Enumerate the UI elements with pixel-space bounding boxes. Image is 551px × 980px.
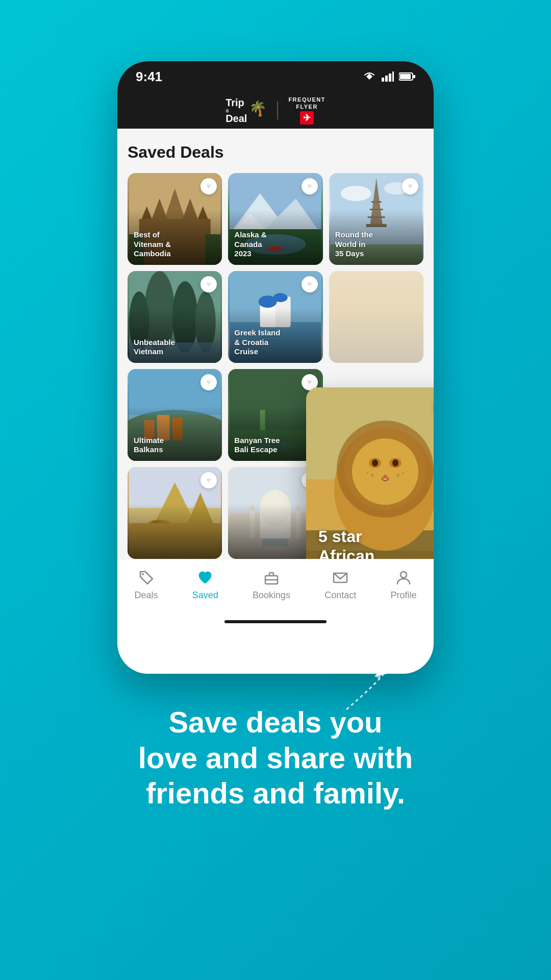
deal-card-greek[interactable]: ♥ Greek Island& CroatiaCruise bbox=[228, 271, 322, 363]
nav-item-saved[interactable]: Saved bbox=[192, 569, 218, 601]
paper-plane-decoration bbox=[341, 664, 392, 717]
svg-point-25 bbox=[340, 186, 371, 201]
deal-card-vietnam[interactable]: ♥ UnbeatableVietnam bbox=[128, 271, 222, 363]
tagline-line3: friends and family. bbox=[146, 776, 405, 810]
svg-point-98 bbox=[366, 472, 368, 474]
featured-safari-card[interactable]: ♥ 5 starAfricanSafari bbox=[306, 387, 434, 559]
svg-point-97 bbox=[371, 474, 374, 477]
paper-plane-icon bbox=[341, 664, 392, 715]
deal-card-safari-placeholder bbox=[329, 271, 423, 363]
svg-point-100 bbox=[402, 472, 404, 474]
angkor-label: Best ofVitenam &Cambodia bbox=[134, 230, 171, 259]
status-icons bbox=[362, 71, 415, 82]
svg-rect-6 bbox=[400, 74, 411, 79]
nav-label-saved: Saved bbox=[192, 590, 218, 601]
deal-card-alaska[interactable]: ♥ Alaska &Canada2023 bbox=[228, 173, 322, 265]
tagline-line2: love and share with bbox=[138, 741, 413, 774]
svg-point-44 bbox=[273, 293, 288, 302]
svg-point-99 bbox=[396, 474, 399, 477]
person-icon bbox=[394, 569, 413, 587]
balkans-label: UltimateBalkans bbox=[134, 436, 164, 455]
svg-point-95 bbox=[392, 459, 398, 467]
deal-card-angkor[interactable]: ♥ Best ofVitenam &Cambodia bbox=[128, 173, 222, 265]
status-time: 9:41 bbox=[136, 69, 162, 85]
deal-card-egypt[interactable]: ♥ bbox=[128, 467, 222, 559]
egypt-gradient bbox=[128, 504, 222, 559]
eiffel-heart[interactable]: ♥ bbox=[402, 178, 418, 194]
deal-card-balkans[interactable]: ♥ UltimateBalkans bbox=[128, 369, 222, 461]
nav-label-deals: Deals bbox=[135, 590, 158, 601]
battery-icon bbox=[399, 72, 415, 81]
app-header: Trip a Deal 🌴 FREQUENT FLYER ✈ bbox=[117, 92, 434, 129]
tag-icon bbox=[137, 569, 156, 587]
greek-label: Greek Island& CroatiaCruise bbox=[234, 328, 280, 357]
svg-rect-7 bbox=[413, 75, 415, 78]
tagline-section: Save deals you love and share with frien… bbox=[97, 704, 454, 811]
deal-card-eiffel[interactable]: ♥ Round theWorld in35 Days bbox=[329, 173, 423, 265]
svg-rect-28 bbox=[371, 201, 381, 203]
alaska-heart[interactable]: ♥ bbox=[302, 178, 318, 194]
frequent-flyer-logo: FREQUENT FLYER ✈ bbox=[288, 96, 325, 125]
wifi-icon bbox=[362, 71, 377, 82]
svg-point-102 bbox=[142, 573, 144, 575]
svg-point-106 bbox=[400, 572, 407, 578]
phone-frame: 9:41 bbox=[117, 61, 434, 674]
main-content: Saved Deals bbox=[117, 129, 434, 559]
briefcase-icon bbox=[262, 569, 281, 587]
svg-rect-1 bbox=[382, 78, 384, 82]
svg-rect-4 bbox=[392, 71, 394, 82]
logo-divider bbox=[277, 101, 278, 119]
nav-item-bookings[interactable]: Bookings bbox=[253, 569, 290, 601]
alaska-label: Alaska &Canada2023 bbox=[234, 230, 266, 259]
vietnam-label: UnbeatableVietnam bbox=[134, 338, 175, 357]
svg-rect-3 bbox=[389, 74, 391, 82]
safari-label: 5 starAfricanSafari bbox=[318, 527, 374, 559]
nav-item-contact[interactable]: Contact bbox=[324, 569, 356, 601]
nav-label-contact: Contact bbox=[324, 590, 356, 601]
svg-rect-2 bbox=[385, 76, 388, 82]
svg-point-91 bbox=[352, 438, 418, 505]
app-logo: Trip a Deal 🌴 FREQUENT FLYER ✈ bbox=[226, 96, 325, 125]
nav-label-profile: Profile bbox=[390, 590, 416, 601]
bottom-nav: Deals Saved Bookings bbox=[117, 559, 434, 615]
nav-item-profile[interactable]: Profile bbox=[390, 569, 416, 601]
section-title: Saved Deals bbox=[128, 143, 423, 162]
banyan-label: Banyan TreeBali Escape bbox=[234, 436, 280, 455]
home-indicator bbox=[224, 620, 327, 623]
svg-marker-0 bbox=[366, 74, 372, 80]
mail-icon bbox=[331, 569, 349, 587]
nav-item-deals[interactable]: Deals bbox=[135, 569, 158, 601]
eiffel-label: Round theWorld in35 Days bbox=[335, 230, 373, 259]
tagline: Save deals you love and share with frien… bbox=[138, 704, 413, 811]
signal-icon bbox=[382, 71, 394, 82]
svg-point-94 bbox=[372, 459, 378, 467]
status-bar: 9:41 bbox=[117, 61, 434, 92]
greek-heart[interactable]: ♥ bbox=[302, 276, 318, 292]
heart-icon bbox=[196, 569, 214, 587]
nav-label-bookings: Bookings bbox=[253, 590, 290, 601]
